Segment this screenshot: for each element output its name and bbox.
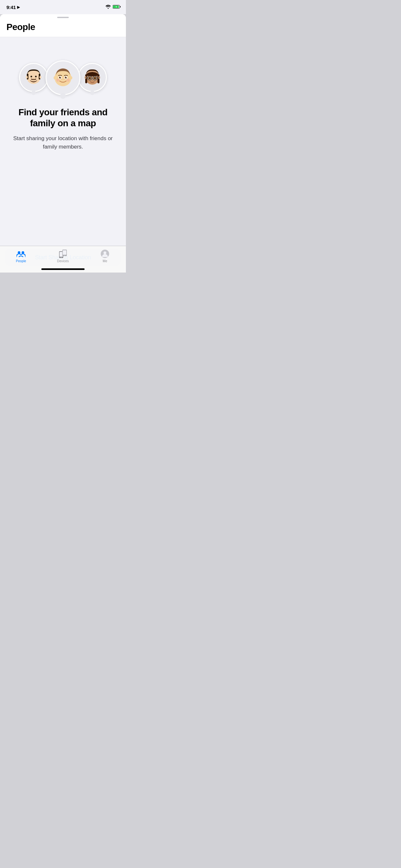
avatar-center-face (51, 66, 74, 89)
svg-point-6 (31, 76, 32, 78)
tab-devices[interactable]: Devices (42, 249, 84, 263)
home-indicator (41, 268, 85, 270)
location-arrow-icon: ▶ (17, 5, 20, 9)
tab-me-label: Me (103, 259, 107, 263)
people-tab-icon (17, 249, 26, 258)
svg-point-32 (94, 77, 96, 79)
promo-title: Find your friends and family on a map (10, 107, 116, 128)
svg-point-10 (39, 76, 41, 79)
svg-rect-2 (120, 6, 121, 7)
page-title: People (6, 22, 120, 32)
svg-point-38 (61, 257, 62, 258)
content-area: Find your friends and family on a map St… (0, 37, 126, 249)
svg-rect-26 (97, 74, 99, 83)
avatar-left (19, 63, 48, 92)
svg-point-13 (70, 76, 72, 80)
avatar-left-face (24, 68, 43, 87)
battery-icon (113, 4, 121, 10)
avatar-center (45, 60, 81, 95)
svg-point-21 (64, 79, 65, 80)
status-time: 9:41 (6, 4, 16, 10)
svg-point-9 (26, 76, 28, 79)
status-icons (105, 4, 121, 10)
tab-me[interactable]: Me (84, 249, 126, 263)
svg-point-22 (56, 79, 59, 82)
svg-rect-25 (85, 74, 87, 83)
svg-rect-40 (63, 250, 66, 255)
promo-subtitle: Start sharing your location with friends… (11, 134, 115, 151)
tab-devices-label: Devices (57, 259, 69, 263)
sheet-handle-area (0, 14, 126, 18)
svg-point-7 (35, 76, 37, 78)
status-bar: 9:41 ▶ (0, 0, 126, 14)
avatar-right-face (83, 68, 102, 87)
wifi-icon (105, 4, 111, 10)
svg-point-19 (66, 76, 66, 77)
svg-point-41 (64, 255, 65, 256)
svg-point-18 (60, 76, 61, 77)
tab-bar: People Devices (0, 246, 126, 273)
svg-point-12 (54, 76, 56, 80)
tab-people[interactable]: People (0, 249, 42, 263)
svg-point-20 (62, 79, 63, 80)
main-sheet: People (0, 14, 126, 273)
avatar-cluster (19, 53, 107, 95)
me-tab-icon (100, 249, 110, 258)
devices-tab-icon (58, 249, 67, 258)
svg-point-33 (92, 80, 93, 81)
svg-point-8 (33, 78, 35, 79)
svg-point-23 (66, 79, 70, 82)
tab-people-label: People (16, 259, 26, 263)
sheet-header: People (0, 18, 126, 37)
avatar-right (78, 63, 107, 92)
svg-point-43 (104, 252, 106, 254)
svg-point-31 (89, 77, 91, 79)
